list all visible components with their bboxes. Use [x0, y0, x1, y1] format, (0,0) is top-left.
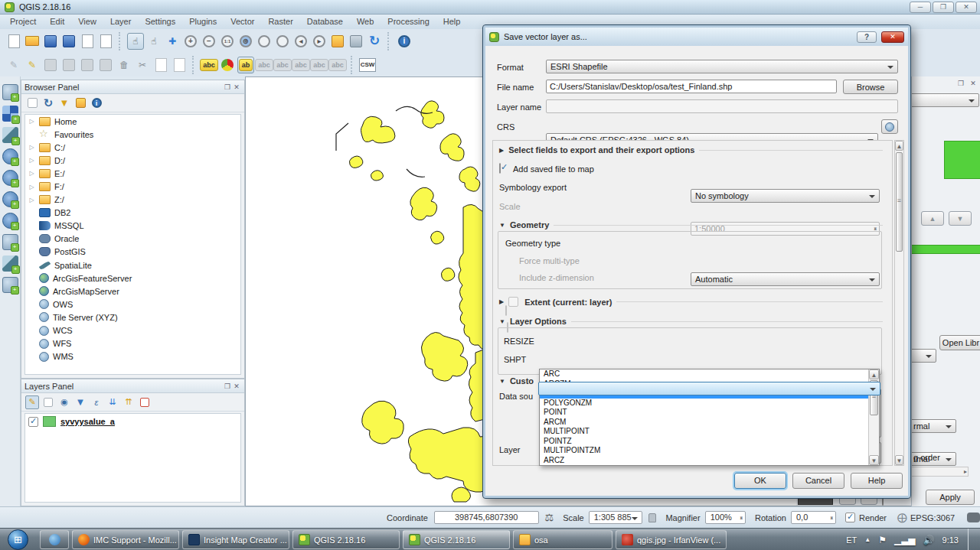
- new-project-icon[interactable]: [5, 33, 22, 50]
- menu-web[interactable]: Web: [350, 15, 381, 29]
- force-multi-checkbox[interactable]: [505, 305, 507, 316]
- crs-select-button[interactable]: [881, 119, 898, 134]
- zoom-to-layer-icon[interactable]: [274, 33, 291, 50]
- browser-item-home[interactable]: ▷Home: [25, 115, 240, 128]
- shpt-combo[interactable]: [538, 382, 880, 395]
- taskbar-insight-map-creator[interactable]: Insight Map Creator ...: [182, 530, 289, 549]
- label-highlight-icon[interactable]: abc: [256, 57, 273, 73]
- rotation-spinbox[interactable]: 0,0: [791, 511, 836, 524]
- float-panel-icon[interactable]: ❐: [223, 83, 232, 92]
- browser-item-wcs[interactable]: WCS: [25, 324, 240, 337]
- add-wcs-layer-icon[interactable]: [2, 213, 18, 229]
- network-icon[interactable]: ▁▃▅: [894, 535, 916, 545]
- coordinate-input[interactable]: 398745,6807390: [434, 511, 539, 524]
- pan-map-icon[interactable]: ☝: [145, 33, 162, 50]
- layer-options-section-header[interactable]: Layer Options: [499, 317, 883, 326]
- layer-blend-mode-combo[interactable]: rmal: [911, 419, 956, 433]
- magnifier-spinbox[interactable]: 100%: [705, 511, 746, 524]
- collapse-all-icon[interactable]: ⇈: [122, 395, 136, 409]
- add-selected-layers-icon[interactable]: [25, 96, 39, 110]
- open-layer-styling-icon[interactable]: ✎: [25, 395, 39, 409]
- file-name-input[interactable]: C:/Users/Stanislav/Desktop/osa/test_Finl…: [546, 80, 837, 93]
- copy-features-icon[interactable]: [152, 57, 169, 73]
- current-edits-icon[interactable]: ✎: [5, 57, 22, 73]
- symbol-preview-swatch[interactable]: [944, 141, 980, 179]
- layer-name-input[interactable]: [546, 99, 898, 113]
- open-project-icon[interactable]: [24, 33, 41, 50]
- browser-item-oracle[interactable]: Oracle: [25, 233, 240, 246]
- shpt-option-polygonzm[interactable]: POLYGONZM: [540, 399, 879, 408]
- add-wms-layer-icon[interactable]: [2, 191, 18, 207]
- float-panel-icon[interactable]: ❐: [956, 79, 965, 88]
- taskbar-qgis-2[interactable]: QGIS 2.18.16: [403, 530, 510, 549]
- taskbar-irfanview[interactable]: qgis.jpg - IrfanView (...: [616, 530, 727, 549]
- browser-item-wfs[interactable]: WFS: [25, 337, 240, 350]
- move-up-button[interactable]: ▲: [921, 211, 944, 226]
- label-change-icon[interactable]: abc: [329, 57, 346, 73]
- cut-features-icon[interactable]: ✂: [134, 57, 151, 73]
- save-project-as-icon[interactable]: [60, 33, 77, 50]
- browser-item-wms[interactable]: WMS: [25, 350, 240, 363]
- zoom-next-icon[interactable]: ▸: [311, 33, 328, 50]
- action-center-icon[interactable]: ⚑: [878, 535, 887, 545]
- taskbar-osa-folder[interactable]: osa: [513, 530, 612, 549]
- delete-selected-icon[interactable]: 🗑: [116, 57, 132, 73]
- browser-item-mssql[interactable]: MSSQL: [25, 220, 240, 233]
- csw-search-icon[interactable]: CSW: [359, 57, 376, 73]
- browser-item-drive-f[interactable]: ▷F:/: [25, 180, 240, 193]
- restore-button[interactable]: ❐: [933, 2, 954, 13]
- messages-icon[interactable]: [967, 513, 980, 522]
- label-show-hide-icon[interactable]: abc: [274, 57, 291, 73]
- move-feature-icon[interactable]: [97, 57, 114, 73]
- filter-legend-icon[interactable]: ▼: [74, 395, 87, 409]
- menu-vector[interactable]: Vector: [224, 15, 261, 29]
- layer-row[interactable]: syvyysalue_a: [25, 414, 240, 429]
- browser-item-tile-server[interactable]: Tile Server (XYZ): [25, 311, 240, 324]
- minimize-button[interactable]: ─: [910, 2, 931, 13]
- browser-item-db2[interactable]: DB2: [25, 207, 240, 220]
- help-button[interactable]: Help: [851, 473, 903, 489]
- shpt-option-pointz[interactable]: POINTZ: [540, 437, 879, 447]
- taskbar-qgis-1[interactable]: QGIS 2.18.16: [292, 530, 400, 549]
- add-group-icon[interactable]: [41, 395, 55, 409]
- label-settings-icon[interactable]: abc: [201, 57, 217, 73]
- zoom-native-icon[interactable]: 1:1: [219, 33, 236, 50]
- custom-section-header[interactable]: Custo: [499, 376, 534, 386]
- touch-zoom-pan-icon[interactable]: ☝: [127, 33, 144, 50]
- browser-refresh-icon[interactable]: ↻: [41, 96, 55, 110]
- expression-filter-icon[interactable]: ε: [90, 395, 103, 409]
- show-bookmarks-icon[interactable]: [348, 33, 364, 50]
- taskbar-firefox[interactable]: IMC Support - Mozill...: [72, 530, 179, 549]
- manage-visibility-icon[interactable]: ◉: [57, 395, 71, 409]
- open-library-button[interactable]: Open Libr: [939, 335, 980, 350]
- refresh-icon[interactable]: ↻: [366, 33, 383, 50]
- geometry-section-header[interactable]: Geometry: [499, 220, 883, 229]
- zoom-in-icon[interactable]: +: [182, 33, 199, 50]
- toggle-editing-icon[interactable]: ✎: [24, 57, 41, 73]
- label-rotate-icon[interactable]: abc: [311, 57, 328, 73]
- zoom-to-selection-icon[interactable]: [256, 33, 273, 50]
- menu-database[interactable]: Database: [300, 15, 350, 29]
- clock[interactable]: 9:13: [942, 535, 959, 545]
- zoom-last-icon[interactable]: ◂: [292, 33, 309, 50]
- dialog-help-icon[interactable]: ?: [857, 31, 877, 43]
- dialog-close-icon[interactable]: ✕: [881, 31, 904, 43]
- snapping-icon[interactable]: ⚖: [545, 512, 554, 523]
- browser-item-drive-d[interactable]: ▷D:/: [25, 154, 240, 167]
- identify-features-icon[interactable]: i: [396, 33, 413, 50]
- expand-all-icon[interactable]: ⇊: [106, 395, 119, 409]
- shpt-option-multipoint[interactable]: MULTIPOINT: [540, 427, 879, 437]
- menu-edit[interactable]: Edit: [43, 15, 71, 29]
- filter-browser-icon[interactable]: ▼: [57, 96, 71, 110]
- fields-section-header[interactable]: Select fields to export and their export…: [499, 145, 883, 155]
- layer-name[interactable]: syvyysalue_a: [60, 417, 115, 426]
- scale-combo[interactable]: 1:305 885: [589, 511, 642, 524]
- dialog-vertical-scrollbar[interactable]: ▲ ▼: [894, 140, 904, 466]
- taskbar-ie[interactable]: [40, 530, 69, 549]
- geometry-type-combo[interactable]: Automatic: [691, 272, 880, 286]
- close-panel-icon[interactable]: ✕: [969, 79, 978, 88]
- apply-button[interactable]: Apply: [926, 490, 975, 505]
- collapse-all-icon[interactable]: [74, 96, 87, 110]
- tray-expand-icon[interactable]: ▲: [864, 536, 871, 543]
- start-button[interactable]: ⊞: [8, 529, 28, 550]
